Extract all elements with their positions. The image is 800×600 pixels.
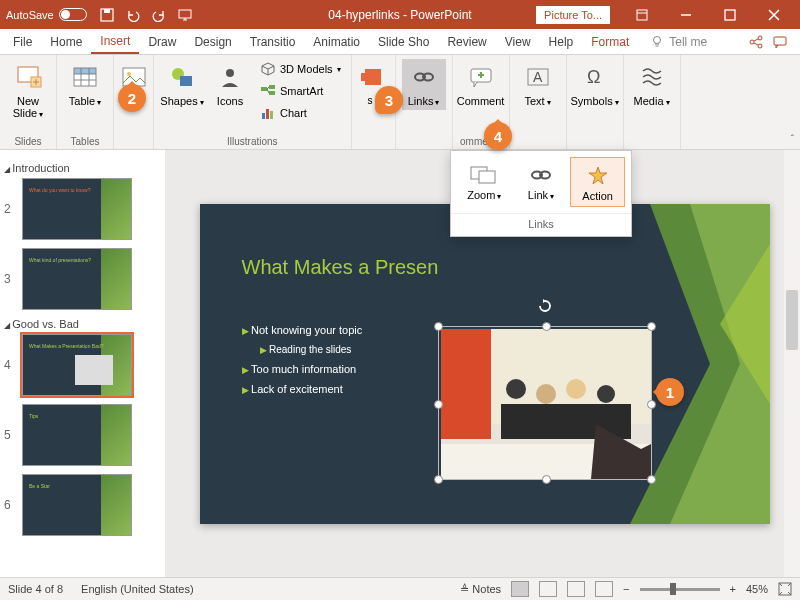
link-icon [408, 61, 440, 93]
thumbnail-slide-3[interactable]: 3 What kind of presentations? [4, 248, 161, 310]
share-icon[interactable] [748, 34, 764, 50]
section-good-vs-bad[interactable]: Good vs. Bad [4, 318, 161, 330]
tab-transitions[interactable]: Transitio [241, 31, 305, 53]
sorter-view-button[interactable] [539, 581, 557, 597]
svg-rect-9 [774, 37, 786, 45]
rotate-handle[interactable] [538, 299, 552, 313]
action-star-icon [582, 162, 614, 190]
tab-format[interactable]: Format [582, 31, 638, 53]
thumbnail-slide-2[interactable]: 2 What do you want to know? [4, 178, 161, 240]
thumbnail-slide-6[interactable]: 6 Be a Star [4, 474, 161, 536]
icons-button[interactable]: Icons [208, 59, 252, 109]
tab-home[interactable]: Home [41, 31, 91, 53]
tab-view[interactable]: View [496, 31, 540, 53]
picture-tools-tab[interactable]: Picture To... [536, 6, 610, 24]
smartart-button[interactable]: SmartArt [256, 81, 345, 101]
3d-models-button[interactable]: 3D Models▾ [256, 59, 345, 79]
comment-button[interactable]: Comment [459, 59, 503, 109]
shapes-button[interactable]: Shapes [160, 59, 204, 110]
symbols-label: Symbols [570, 95, 618, 108]
comment-label: Comment [457, 95, 505, 107]
close-button[interactable] [754, 0, 794, 29]
svg-point-5 [654, 36, 661, 43]
thumbnail-slide-4[interactable]: 4 What Makes a Presentation Bad? [4, 334, 161, 396]
table-label: Table [69, 95, 101, 108]
link-button[interactable]: Link [514, 157, 569, 207]
links-dropdown-panel: Zoom Link Action Links [450, 150, 632, 237]
tab-slideshow[interactable]: Slide Sho [369, 31, 438, 53]
tab-design[interactable]: Design [185, 31, 240, 53]
svg-rect-2 [179, 10, 191, 18]
undo-icon[interactable] [125, 7, 141, 23]
slide-image[interactable] [441, 329, 651, 479]
svg-rect-25 [365, 69, 381, 85]
resize-handle-nw[interactable] [434, 322, 443, 331]
resize-handle-ne[interactable] [647, 322, 656, 331]
zoom-out-button[interactable]: − [623, 583, 629, 595]
links-button[interactable]: Links [402, 59, 446, 110]
svg-point-7 [758, 36, 762, 40]
slide-counter[interactable]: Slide 4 of 8 [8, 583, 63, 595]
svg-point-47 [597, 385, 615, 403]
text-button[interactable]: A Text [516, 59, 560, 110]
tab-insert[interactable]: Insert [91, 30, 139, 54]
zoom-icon [468, 161, 500, 189]
new-slide-button[interactable]: New Slide [6, 59, 50, 122]
status-bar: Slide 4 of 8 English (United States) ≜ N… [0, 577, 800, 600]
zoom-button[interactable]: Zoom [457, 157, 512, 207]
resize-handle-s[interactable] [542, 475, 551, 484]
resize-handle-sw[interactable] [434, 475, 443, 484]
tab-animations[interactable]: Animatio [304, 31, 369, 53]
shapes-icon [166, 61, 198, 93]
minimize-button[interactable] [666, 0, 706, 29]
zoom-in-button[interactable]: + [730, 583, 736, 595]
media-button[interactable]: Media [630, 59, 674, 110]
tab-review[interactable]: Review [438, 31, 495, 53]
thumbnail-slide-5[interactable]: 5 Tips [4, 404, 161, 466]
resize-handle-e[interactable] [647, 400, 656, 409]
resize-handle-se[interactable] [647, 475, 656, 484]
tab-file[interactable]: File [4, 31, 41, 53]
resize-handle-w[interactable] [434, 400, 443, 409]
fit-to-window-button[interactable] [778, 582, 792, 596]
svg-rect-13 [74, 68, 96, 74]
tell-me-label: Tell me [669, 35, 707, 49]
ribbon-options-icon[interactable] [622, 0, 662, 29]
media-label: Media [634, 95, 670, 108]
notes-button[interactable]: ≜ Notes [460, 583, 501, 596]
symbols-button[interactable]: Ω Symbols [573, 59, 617, 110]
redo-icon[interactable] [151, 7, 167, 23]
selection-box[interactable] [438, 326, 652, 480]
current-slide: What Makes a Presen Not knowing your top… [200, 204, 770, 524]
resize-handle-n[interactable] [542, 322, 551, 331]
group-tables: Table Tables [57, 55, 114, 149]
section-introduction[interactable]: Introduction [4, 162, 161, 174]
autosave-toggle[interactable]: AutoSave [6, 8, 87, 21]
chart-button[interactable]: Chart [256, 103, 345, 123]
start-slideshow-icon[interactable] [177, 7, 193, 23]
links-label: Links [408, 95, 440, 108]
zoom-slider[interactable] [640, 588, 720, 591]
maximize-button[interactable] [710, 0, 750, 29]
group-illustrations: Shapes Icons 3D Models▾ SmartArt Chart I… [154, 55, 352, 149]
language-indicator[interactable]: English (United States) [81, 583, 194, 595]
normal-view-button[interactable] [511, 581, 529, 597]
slide-title: What Makes a Presen [242, 256, 439, 279]
text-label: Text [524, 95, 550, 108]
tell-me-search[interactable]: Tell me [650, 35, 707, 49]
table-button[interactable]: Table [63, 59, 107, 110]
action-button[interactable]: Action [570, 157, 625, 207]
collapse-ribbon-icon[interactable]: ˆ [791, 134, 794, 145]
tab-help[interactable]: Help [540, 31, 583, 53]
reading-view-button[interactable] [567, 581, 585, 597]
tab-draw[interactable]: Draw [139, 31, 185, 53]
save-icon[interactable] [99, 7, 115, 23]
slideshow-view-button[interactable] [595, 581, 613, 597]
comments-icon[interactable] [772, 34, 788, 50]
vertical-scrollbar[interactable] [784, 150, 800, 577]
group-slides: New Slide Slides [0, 55, 57, 149]
slide-thumbnails-panel[interactable]: Introduction 2 What do you want to know?… [0, 150, 165, 577]
zoom-level[interactable]: 45% [746, 583, 768, 595]
svg-rect-22 [262, 113, 265, 119]
autosave-switch-icon[interactable] [59, 8, 87, 21]
